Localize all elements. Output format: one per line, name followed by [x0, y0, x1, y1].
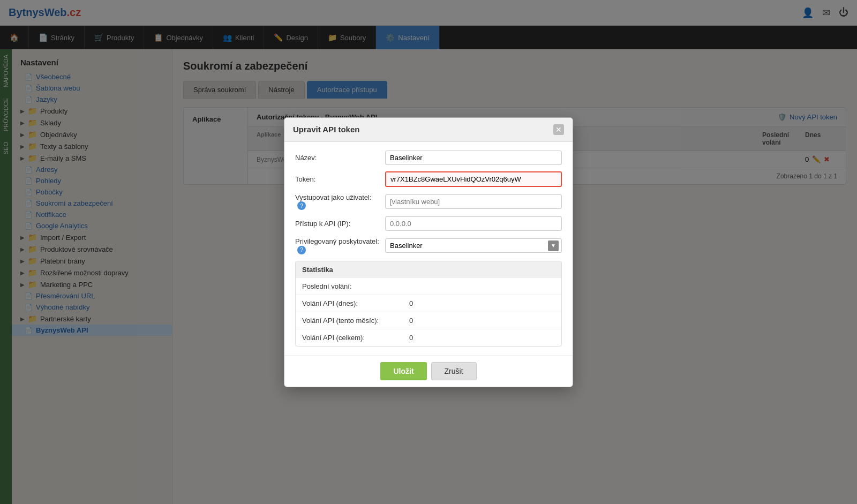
- select-wrapper: Baselinker ▼: [385, 238, 562, 253]
- modal-body: Název: Token: Vystupovat jako uživatel: …: [284, 142, 573, 355]
- stats-label: Poslední volání:: [302, 282, 409, 290]
- label-token: Token:: [295, 175, 381, 183]
- modal-footer: Uložit Zrušit: [284, 355, 573, 387]
- help-icon-privilegovany[interactable]: ?: [297, 246, 306, 254]
- input-pristup[interactable]: [385, 216, 562, 231]
- edit-api-token-modal: Upravit API token ✕ Název: Token: Vystup…: [284, 117, 573, 387]
- stats-value: 0: [409, 317, 555, 325]
- stats-value: 0: [409, 334, 555, 342]
- label-privilegovany: Privilegovaný poskytovatel: ?: [295, 237, 381, 254]
- form-row-privilegovany: Privilegovaný poskytovatel: ? Baselinker…: [295, 237, 562, 254]
- stats-value: [409, 282, 555, 290]
- stats-value: 0: [409, 299, 555, 307]
- stats-label: Volání API (tento měsíc):: [302, 317, 409, 325]
- cancel-button[interactable]: Zrušit: [431, 362, 477, 380]
- form-row-token: Token:: [295, 171, 562, 187]
- modal-overlay: Upravit API token ✕ Název: Token: Vystup…: [0, 0, 857, 504]
- save-button[interactable]: Uložit: [380, 362, 426, 380]
- input-token[interactable]: [385, 171, 562, 187]
- form-row-nazev: Název:: [295, 151, 562, 165]
- label-nazev: Název:: [295, 154, 381, 162]
- stats-label: Volání API (celkem):: [302, 334, 409, 342]
- stats-row-last-call: Poslední volání:: [296, 278, 561, 295]
- stats-row-today: Volání API (dnes): 0: [296, 295, 561, 312]
- label-pristup: Přístup k API (IP):: [295, 220, 381, 228]
- stats-body: Poslední volání: Volání API (dnes): 0 Vo…: [296, 278, 561, 346]
- select-privilegovany[interactable]: Baselinker: [385, 238, 562, 253]
- form-row-pristup: Přístup k API (IP):: [295, 216, 562, 231]
- stats-row-month: Volání API (tento měsíc): 0: [296, 312, 561, 329]
- label-vystupovat: Vystupovat jako uživatel: ?: [295, 193, 381, 210]
- stats-label: Volání API (dnes):: [302, 299, 409, 307]
- form-row-vystupovat: Vystupovat jako uživatel: ?: [295, 193, 562, 210]
- modal-close-button[interactable]: ✕: [553, 124, 564, 135]
- stats-row-total: Volání API (celkem): 0: [296, 329, 561, 346]
- stats-header: Statistika: [296, 261, 561, 278]
- stats-section: Statistika Poslední volání: Volání API (…: [295, 261, 562, 347]
- modal-header: Upravit API token ✕: [284, 118, 573, 142]
- help-icon-vystupovat[interactable]: ?: [297, 201, 306, 210]
- input-nazev[interactable]: [385, 151, 562, 165]
- modal-title: Upravit API token: [293, 125, 359, 134]
- input-vystupovat[interactable]: [385, 194, 562, 209]
